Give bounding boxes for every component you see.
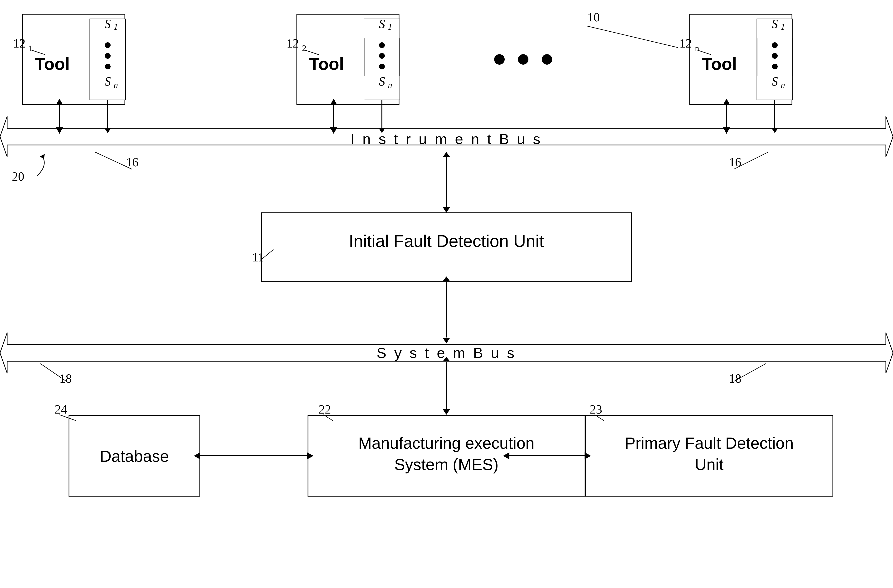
svg-text:1: 1 <box>29 44 33 53</box>
svg-point-44 <box>772 64 778 69</box>
svg-marker-59 <box>330 128 337 134</box>
svg-point-24 <box>379 64 385 69</box>
svg-rect-35 <box>690 14 792 105</box>
svg-marker-111 <box>503 452 510 459</box>
svg-line-49 <box>697 50 711 55</box>
svg-rect-97 <box>69 416 200 496</box>
svg-marker-110 <box>585 452 591 459</box>
svg-text:Tool: Tool <box>309 54 344 74</box>
svg-marker-81 <box>443 276 450 281</box>
svg-marker-66 <box>771 128 778 133</box>
svg-text:18: 18 <box>729 372 741 385</box>
svg-text:Manufacturing execution: Manufacturing execution <box>358 434 535 452</box>
svg-text:Database: Database <box>100 447 169 465</box>
svg-marker-72 <box>40 154 45 159</box>
svg-rect-37 <box>757 19 793 38</box>
svg-point-43 <box>772 53 778 59</box>
svg-marker-54 <box>56 128 63 134</box>
svg-point-32 <box>542 54 552 64</box>
svg-text:S: S <box>379 17 385 31</box>
svg-text:22: 22 <box>319 403 331 416</box>
svg-text:Primary Fault Detection: Primary Fault Detection <box>625 434 794 452</box>
svg-text:12: 12 <box>13 37 26 50</box>
svg-rect-15 <box>297 14 399 105</box>
svg-rect-2 <box>90 19 126 38</box>
svg-text:12: 12 <box>287 37 299 50</box>
svg-text:n: n <box>388 80 392 90</box>
svg-text:2: 2 <box>302 44 306 53</box>
svg-line-100 <box>59 415 76 421</box>
svg-text:Tool: Tool <box>702 54 737 74</box>
svg-point-42 <box>772 42 778 48</box>
svg-line-86 <box>41 364 66 381</box>
svg-marker-103 <box>307 452 313 459</box>
svg-text:S: S <box>105 17 111 31</box>
svg-text:16: 16 <box>126 155 138 169</box>
svg-text:n: n <box>114 80 118 90</box>
svg-rect-38 <box>757 76 793 100</box>
svg-text:24: 24 <box>55 403 67 416</box>
svg-text:S: S <box>772 17 778 31</box>
svg-text:18: 18 <box>59 372 72 385</box>
svg-text:10: 10 <box>588 10 600 24</box>
svg-line-29 <box>304 50 319 55</box>
svg-line-34 <box>588 26 678 48</box>
svg-rect-18 <box>364 76 400 100</box>
svg-marker-82 <box>443 338 450 344</box>
svg-text:S: S <box>772 75 778 88</box>
svg-rect-1 <box>90 19 126 100</box>
svg-marker-102 <box>194 452 200 459</box>
svg-text:20: 20 <box>12 170 24 183</box>
svg-marker-90 <box>443 357 450 361</box>
diagram-container: Tool S 1 S n 12 1 Tool S 1 S n <box>0 0 893 588</box>
svg-line-68 <box>95 152 132 169</box>
svg-text:S: S <box>379 75 385 88</box>
svg-text:16: 16 <box>729 155 741 169</box>
svg-marker-64 <box>723 128 730 134</box>
svg-rect-17 <box>364 19 400 38</box>
svg-text:23: 23 <box>590 403 602 416</box>
svg-text:1: 1 <box>114 22 118 32</box>
svg-text:I n s t r u m e n t   B u s: I n s t r u m e n t B u s <box>350 131 542 147</box>
svg-marker-74 <box>443 152 450 157</box>
svg-point-7 <box>105 42 111 48</box>
svg-point-31 <box>518 54 528 64</box>
svg-rect-16 <box>364 19 400 100</box>
svg-rect-92 <box>308 416 585 496</box>
svg-text:1: 1 <box>781 22 785 32</box>
svg-marker-50 <box>0 117 893 157</box>
diagram-svg: Tool S 1 S n 12 1 Tool S 1 S n <box>0 0 893 588</box>
svg-rect-104 <box>585 416 833 496</box>
svg-line-14 <box>31 50 45 55</box>
svg-line-96 <box>323 415 333 421</box>
svg-text:12: 12 <box>680 37 692 50</box>
svg-point-30 <box>494 54 505 64</box>
svg-text:n: n <box>781 80 785 90</box>
svg-text:S: S <box>105 75 111 88</box>
svg-marker-56 <box>104 128 111 133</box>
svg-point-9 <box>105 64 111 69</box>
svg-text:1: 1 <box>388 22 392 32</box>
svg-rect-0 <box>23 14 125 105</box>
svg-rect-3 <box>90 76 126 100</box>
svg-point-23 <box>379 53 385 59</box>
svg-marker-61 <box>378 128 385 133</box>
svg-text:Tool: Tool <box>35 54 70 74</box>
svg-marker-91 <box>443 409 450 415</box>
svg-text:n: n <box>695 44 699 53</box>
svg-marker-75 <box>443 207 450 213</box>
svg-text:System (MES): System (MES) <box>394 455 498 474</box>
svg-point-8 <box>105 53 111 59</box>
svg-line-70 <box>734 152 768 169</box>
svg-line-108 <box>595 415 604 421</box>
svg-text:S y s t e m   B u s: S y s t e m B u s <box>376 345 516 361</box>
svg-line-88 <box>734 364 766 381</box>
svg-text:11: 11 <box>252 250 264 264</box>
svg-point-22 <box>379 42 385 48</box>
svg-text:Unit: Unit <box>695 455 724 474</box>
svg-text:Initial Fault Detection Unit: Initial Fault Detection Unit <box>349 231 544 250</box>
svg-marker-83 <box>0 333 893 373</box>
svg-rect-36 <box>757 19 793 100</box>
svg-line-79 <box>260 249 274 260</box>
svg-marker-63 <box>723 99 730 105</box>
